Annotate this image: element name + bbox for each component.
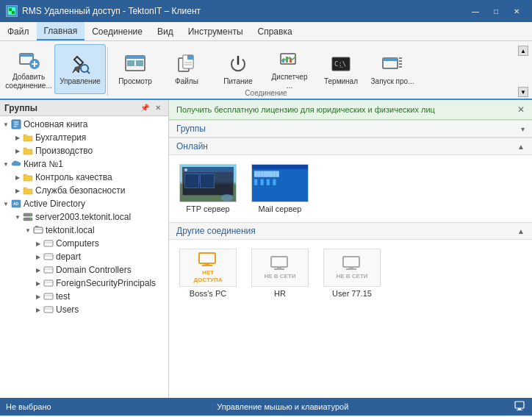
launch-icon — [381, 52, 404, 76]
status-center: Управление мышью и клавиатурой — [217, 402, 348, 411]
folder-production-icon — [22, 145, 34, 157]
tree-item-domain-controllers[interactable]: ▶ Domain Controllers — [0, 263, 168, 277]
ribbon-terminal-button[interactable]: C:\ _ Терминал — [315, 44, 367, 94]
ribbon-add-label: Добавитьсоединение... — [5, 73, 52, 90]
svg-rect-44 — [35, 226, 38, 227]
menu-help[interactable]: Справка — [251, 22, 300, 40]
status-left: Не выбрано — [6, 402, 51, 411]
expander-domain-controllers: ▶ — [34, 265, 43, 274]
expander-test: ▶ — [34, 292, 43, 301]
expander-production: ▶ — [13, 146, 22, 155]
ftp-thumbnail — [179, 164, 237, 202]
connection-ftp[interactable]: FTP сервер — [175, 161, 241, 216]
menu-file[interactable]: Файл — [0, 22, 37, 40]
expander-book1: ▼ — [1, 160, 10, 168]
section-other-title: Другие соединения — [176, 226, 256, 236]
ribbon-scroll-up[interactable]: ▲ — [518, 46, 528, 56]
menu-bar: Файл Главная Соединение Вид Инструменты … — [0, 22, 532, 41]
domain-icon — [32, 224, 44, 236]
close-button[interactable]: ✕ — [507, 4, 526, 18]
section-groups-header[interactable]: Группы ▾ — [169, 120, 532, 138]
tree-label-test: test — [56, 291, 70, 302]
tree-item-book1[interactable]: ▼ Книга №1 — [0, 157, 168, 171]
maximize-button[interactable]: □ — [486, 4, 506, 18]
tree-item-active-dir[interactable]: ▼ AD Active Directory — [0, 197, 168, 210]
folder-accounting-icon — [22, 132, 34, 143]
section-online-header[interactable]: Онлайн ▲ — [169, 138, 532, 155]
tree-item-depart[interactable]: ▶ depart — [0, 250, 168, 263]
panel-close-icon[interactable]: ✕ — [152, 102, 164, 114]
tree-label-active-dir: Active Directory — [24, 199, 85, 209]
app-icon — [6, 5, 18, 17]
svg-rect-49 — [44, 267, 53, 273]
connection-user7715[interactable]: НЕ В СЕТИ User 77.15 — [319, 246, 385, 301]
svg-rect-68 — [517, 410, 522, 410]
ribbon-taskmgr-button[interactable]: Диспетчер ... — [264, 44, 315, 94]
svg-rect-64 — [349, 267, 353, 268]
ribbon-files-button[interactable]: Файлы — [161, 44, 212, 94]
svg-rect-63 — [343, 257, 359, 267]
ribbon: Добавитьсоединение... Управление Просмот… — [0, 41, 532, 100]
svg-rect-45 — [44, 240, 53, 246]
boss-pc-status-box: НЕТДОСТУПА — [179, 249, 237, 287]
svg-rect-67 — [518, 408, 521, 410]
svg-rect-47 — [44, 254, 53, 260]
ribbon-launch-label: Запуск про... — [371, 77, 414, 86]
section-online-title: Онлайн — [176, 141, 208, 152]
tree-item-quality[interactable]: ▶ Контроль качества — [0, 171, 168, 184]
tree-item-foreign-security[interactable]: ▶ ForeignSecurityPrincipals — [0, 277, 168, 290]
view-icon — [123, 52, 147, 76]
groups-tree: ▼ Основная книга ▶ Бухгалтерия ▶ — [0, 116, 168, 398]
expander-tektonit-local: ▼ — [24, 226, 32, 235]
connection-mail[interactable]: ████████ █ █ █ █ Mail сервер — [247, 161, 313, 216]
menu-home[interactable]: Главная — [37, 22, 85, 40]
power-icon — [226, 52, 250, 76]
tree-item-accounting[interactable]: ▶ Бухгалтерия — [0, 131, 168, 144]
tree-item-test[interactable]: ▶ test — [0, 290, 168, 303]
banner-text: Получить бесплатную лицензию для юридиче… — [176, 105, 435, 114]
tree-item-computers[interactable]: ▶ Computers — [0, 237, 168, 250]
cloud-book-icon — [10, 158, 22, 170]
tree-label-security: Служба безопасности — [35, 185, 125, 196]
expander-users: ▶ — [34, 305, 43, 314]
tree-item-main-book[interactable]: ▼ Основная книга — [0, 118, 168, 131]
menu-view[interactable]: Вид — [150, 22, 181, 40]
section-other-header[interactable]: Другие соединения ▲ — [169, 222, 532, 240]
ou-depart-icon — [43, 251, 54, 263]
monitor-icon — [514, 401, 526, 413]
expander-active-dir: ▼ — [1, 199, 10, 208]
expander-accounting: ▶ — [13, 133, 22, 142]
folder-security-icon — [22, 185, 34, 196]
expander-security: ▶ — [13, 186, 22, 195]
ribbon-view-button[interactable]: Просмотр — [109, 44, 161, 94]
svg-rect-11 — [126, 56, 145, 59]
svg-rect-53 — [44, 293, 53, 299]
tree-item-production[interactable]: ▶ Производство — [0, 144, 168, 157]
ribbon-add-button[interactable]: Добавитьсоединение... — [3, 44, 54, 94]
banner-close-button[interactable]: ✕ — [517, 104, 525, 115]
ribbon-scroll-down[interactable]: ▼ — [518, 87, 528, 97]
menu-tools[interactable]: Инструменты — [181, 22, 251, 40]
groups-panel: Группы 📌 ✕ ▼ Основная книга ▶ Бу — [0, 100, 169, 398]
tree-item-security[interactable]: ▶ Служба безопасности — [0, 184, 168, 197]
book-icon — [10, 118, 22, 130]
menu-connection[interactable]: Соединение — [85, 22, 150, 40]
tree-item-tektonit-local[interactable]: ▼ tektonit.local — [0, 224, 168, 237]
connection-hr[interactable]: НЕ В СЕТИ HR — [247, 246, 313, 301]
ribbon-power-button[interactable]: Питание — [212, 44, 264, 94]
panel-pin-icon[interactable]: 📌 — [139, 102, 151, 114]
tree-item-server[interactable]: ▼ server2003.tektonit.local — [0, 210, 168, 224]
minimize-button[interactable]: — — [466, 4, 485, 18]
online-connections-grid: FTP сервер ████████ █ █ █ █ Mail сервер — [169, 155, 532, 222]
tree-label-server: server2003.tektonit.local — [35, 212, 131, 222]
ribbon-manage-button[interactable]: Управление — [54, 44, 106, 94]
ou-domain-controllers-icon — [43, 264, 54, 276]
ribbon-manage-label: Управление — [60, 77, 101, 86]
manage-icon — [68, 52, 92, 76]
connection-boss-pc[interactable]: НЕТДОСТУПА Boss's PC — [175, 246, 241, 301]
ribbon-taskmgr-label: Диспетчер ... — [267, 73, 312, 90]
hr-status-box: НЕ В СЕТИ — [251, 249, 309, 287]
title-bar: RMS Удаленный доступ - TektonIT – Клиент… — [0, 0, 532, 22]
ribbon-launch-button[interactable]: Запуск про... — [367, 44, 418, 94]
tree-item-users[interactable]: ▶ Users — [0, 303, 168, 316]
